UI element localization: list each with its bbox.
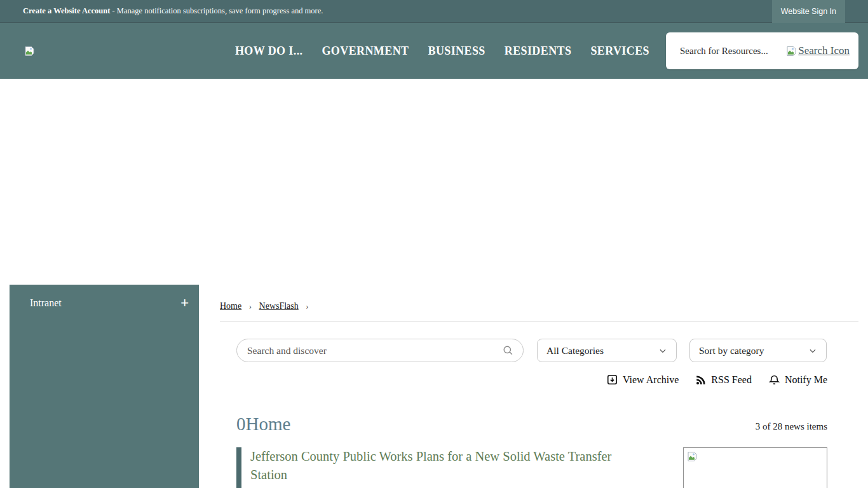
page-body: Intranet + Home › NewsFlash › [0, 285, 868, 488]
breadcrumb-home-link[interactable]: Home [220, 301, 241, 311]
nav-item-business[interactable]: BUSINESS [428, 44, 485, 58]
search-icon[interactable] [502, 344, 514, 356]
website-sign-in-button[interactable]: Website Sign In [772, 0, 845, 23]
notify-me-link[interactable]: Notify Me [768, 374, 827, 386]
news-section: All Categories Sort by category [220, 339, 858, 488]
news-accent-bar [236, 447, 241, 488]
rss-feed-link[interactable]: RSS Feed [695, 374, 752, 386]
rss-feed-label: RSS Feed [711, 374, 752, 386]
chevron-down-icon [658, 346, 667, 355]
breadcrumb-separator: › [249, 301, 252, 311]
site-logo[interactable] [24, 46, 35, 57]
bell-icon [768, 374, 780, 386]
nav-item-services[interactable]: SERVICES [590, 44, 649, 58]
notify-me-label: Notify Me [785, 374, 827, 386]
sort-dropdown[interactable]: Sort by category [689, 339, 827, 362]
chevron-down-icon [808, 346, 817, 355]
intranet-sidebar: Intranet + [10, 285, 199, 488]
actions-row: View Archive RSS Feed Notify Me [236, 374, 827, 386]
nav-item-residents[interactable]: RESIDENTS [505, 44, 572, 58]
main-navigation: HOW DO I... GOVERNMENT BUSINESS RESIDENT… [0, 23, 868, 79]
view-archive-link[interactable]: View Archive [606, 374, 679, 386]
archive-icon [606, 374, 618, 386]
filter-row: All Categories Sort by category [236, 339, 827, 362]
search-icon-alt-text: Search Icon [798, 44, 850, 57]
news-item-title-link[interactable]: Jefferson County Public Works Plans for … [250, 447, 622, 484]
breadcrumb-newsflash-link[interactable]: NewsFlash [259, 301, 299, 311]
page-title: 0Home [236, 414, 290, 435]
create-account-link[interactable]: Create a Website Account - Manage notifi… [23, 6, 323, 16]
heading-row: 0Home 3 of 28 news items [236, 414, 827, 435]
create-account-label: Create a Website Account [23, 6, 110, 15]
main-content: Home › NewsFlash › All Categories [199, 285, 868, 488]
news-list-item: Jefferson County Public Works Plans for … [236, 447, 827, 488]
utility-bar: Create a Website Account - Manage notifi… [0, 0, 868, 23]
news-thumbnail-broken-image-icon [687, 451, 698, 462]
news-item-thumbnail[interactable] [683, 447, 827, 488]
news-search-input[interactable] [247, 345, 502, 356]
resources-search-input[interactable] [680, 46, 775, 57]
resources-search-box: Search Icon [666, 32, 858, 69]
sort-dropdown-value: Sort by category [699, 345, 764, 356]
rss-icon [695, 374, 707, 386]
breadcrumb-divider [220, 321, 858, 322]
sidebar-intranet-label: Intranet [30, 297, 62, 309]
category-dropdown[interactable]: All Categories [537, 339, 677, 362]
news-search-box [236, 339, 524, 362]
resources-search-submit[interactable]: Search Icon [786, 44, 850, 57]
create-account-description: - Manage notification subscriptions, sav… [110, 6, 323, 15]
expand-plus-icon[interactable]: + [180, 298, 189, 308]
category-dropdown-value: All Categories [546, 345, 604, 356]
nav-item-government[interactable]: GOVERNMENT [322, 44, 409, 58]
sidebar-item-intranet[interactable]: Intranet + [10, 285, 199, 309]
nav-menu: HOW DO I... GOVERNMENT BUSINESS RESIDENT… [235, 44, 649, 58]
logo-broken-image-icon [24, 46, 35, 57]
news-count: 3 of 28 news items [756, 421, 827, 435]
breadcrumb: Home › NewsFlash › [220, 301, 858, 311]
nav-item-how-do-i[interactable]: HOW DO I... [235, 44, 303, 58]
breadcrumb-separator: › [306, 301, 308, 311]
view-archive-label: View Archive [623, 374, 679, 386]
search-broken-image-icon [786, 46, 797, 57]
